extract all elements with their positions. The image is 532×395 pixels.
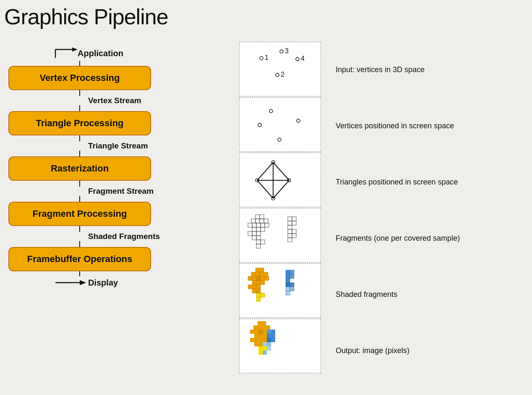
vertex-processing-box: Vertex Processing xyxy=(8,66,151,90)
svg-rect-30 xyxy=(256,219,260,223)
svg-line-23 xyxy=(257,180,273,198)
desc-fragments: Fragments (one per covered sample) xyxy=(331,210,460,266)
svg-rect-89 xyxy=(290,287,294,291)
svg-rect-42 xyxy=(252,231,256,236)
shaded-fragments-label: Shaded Fragments xyxy=(88,232,160,241)
application-label: Application xyxy=(78,49,123,58)
connector-7 xyxy=(79,196,80,202)
svg-rect-111 xyxy=(263,338,267,342)
svg-point-5 xyxy=(260,57,263,60)
svg-rect-107 xyxy=(271,334,275,338)
svg-line-24 xyxy=(273,180,289,198)
svg-rect-28 xyxy=(260,215,264,219)
svg-rect-68 xyxy=(261,276,265,281)
svg-rect-87 xyxy=(290,283,294,287)
vertices-screen-svg xyxy=(240,98,321,152)
svg-rect-95 xyxy=(262,325,266,330)
diagram-output xyxy=(239,319,321,373)
svg-rect-94 xyxy=(258,325,262,330)
svg-point-14 xyxy=(258,123,261,127)
svg-rect-51 xyxy=(288,221,292,225)
svg-rect-90 xyxy=(286,291,290,295)
svg-rect-77 xyxy=(256,289,261,293)
svg-rect-98 xyxy=(254,330,258,334)
desc-vertices-3d: Input: vertices in 3D space xyxy=(331,42,460,97)
diagram-fragments xyxy=(239,208,321,262)
svg-rect-62 xyxy=(256,272,260,276)
triangle-processing-box: Triangle Processing xyxy=(8,111,151,135)
svg-rect-82 xyxy=(290,270,294,274)
svg-rect-61 xyxy=(251,272,256,276)
svg-rect-79 xyxy=(261,293,265,297)
svg-line-21 xyxy=(257,162,273,180)
pipeline-column: Application Vertex Processing Vertex Str… xyxy=(8,46,180,289)
svg-rect-105 xyxy=(263,334,267,338)
svg-rect-29 xyxy=(251,219,256,223)
svg-rect-72 xyxy=(261,281,265,285)
svg-rect-59 xyxy=(256,268,260,272)
connector-8 xyxy=(79,226,80,232)
svg-rect-48 xyxy=(256,244,261,248)
svg-rect-85 xyxy=(286,278,290,283)
svg-rect-64 xyxy=(264,272,268,276)
svg-rect-54 xyxy=(288,229,292,234)
vertices-3d-svg: 1 3 4 2 xyxy=(240,42,321,96)
svg-rect-102 xyxy=(271,330,275,334)
svg-rect-116 xyxy=(263,342,267,346)
svg-rect-38 xyxy=(252,227,256,231)
svg-rect-118 xyxy=(258,346,263,351)
svg-point-7 xyxy=(280,50,283,53)
svg-rect-76 xyxy=(252,289,256,293)
svg-rect-34 xyxy=(252,223,256,227)
svg-text:1: 1 xyxy=(265,54,269,61)
svg-point-15 xyxy=(297,119,300,122)
display-label: Display xyxy=(88,278,118,288)
svg-rect-100 xyxy=(263,330,267,334)
svg-rect-27 xyxy=(256,215,260,219)
svg-rect-117 xyxy=(267,342,271,346)
fragment-processing-box: Fragment Processing xyxy=(8,202,151,226)
svg-rect-106 xyxy=(267,334,271,338)
svg-rect-120 xyxy=(267,346,271,351)
display-row: Display xyxy=(55,276,118,289)
application-arrow-icon xyxy=(55,46,78,61)
svg-rect-99 xyxy=(258,330,263,334)
svg-rect-40 xyxy=(261,227,265,231)
svg-rect-35 xyxy=(256,223,261,227)
svg-rect-119 xyxy=(263,346,267,351)
svg-rect-121 xyxy=(258,351,263,355)
svg-rect-92 xyxy=(262,321,266,325)
svg-rect-45 xyxy=(256,236,261,240)
desc-triangles-screen: Triangles positioned in screen space xyxy=(331,154,460,210)
diagram-column: 1 3 4 2 xyxy=(239,42,321,374)
desc-shaded: Shaded fragments xyxy=(331,267,460,322)
svg-rect-115 xyxy=(258,342,263,346)
diagram-shaded-fragments xyxy=(239,263,321,318)
svg-rect-47 xyxy=(261,240,265,244)
svg-rect-104 xyxy=(258,334,263,338)
svg-rect-114 xyxy=(254,342,258,346)
svg-rect-57 xyxy=(292,234,296,238)
svg-rect-84 xyxy=(290,274,294,278)
svg-rect-53 xyxy=(288,225,292,229)
svg-rect-70 xyxy=(252,281,256,285)
svg-rect-32 xyxy=(264,219,268,223)
svg-rect-71 xyxy=(256,281,261,285)
rasterization-box: Rasterization xyxy=(8,156,151,181)
triangle-stream-label: Triangle Stream xyxy=(88,141,148,151)
output-svg xyxy=(240,319,321,373)
svg-rect-67 xyxy=(256,276,261,281)
svg-point-13 xyxy=(269,109,273,113)
svg-rect-58 xyxy=(288,238,292,242)
svg-rect-81 xyxy=(286,270,290,274)
svg-rect-46 xyxy=(256,240,261,244)
svg-rect-36 xyxy=(261,223,265,227)
svg-rect-33 xyxy=(248,223,252,227)
svg-rect-73 xyxy=(248,285,252,289)
svg-rect-80 xyxy=(256,297,261,301)
svg-rect-37 xyxy=(265,223,269,227)
application-row: Application xyxy=(55,46,123,61)
svg-text:4: 4 xyxy=(301,55,305,62)
svg-rect-75 xyxy=(256,285,261,289)
svg-rect-88 xyxy=(286,287,290,291)
